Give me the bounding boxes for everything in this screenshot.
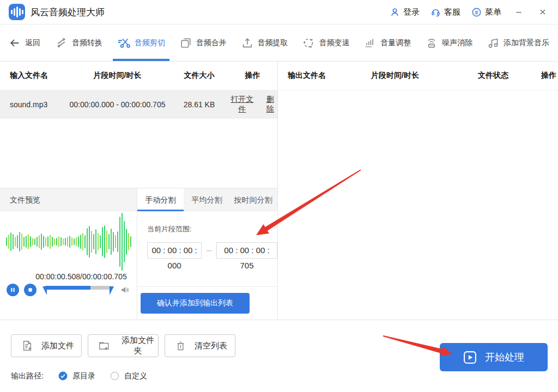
trim-handle-end[interactable] — [110, 286, 114, 295]
add-folder-icon — [98, 340, 110, 352]
clear-list-button[interactable]: 清空列表 — [165, 334, 235, 357]
toolbar: 返回 音频转换 音频剪切 音频合并 音频提取 音频变速 音量调整 噪声消除 添加… — [0, 24, 558, 62]
volume-bars-icon — [364, 37, 376, 49]
tab-audio-cut[interactable]: 音频剪切 — [117, 24, 165, 61]
trim-handle-start[interactable] — [43, 286, 47, 295]
back-button[interactable]: 返回 — [9, 24, 40, 61]
customer-service-button[interactable]: 客服 — [430, 7, 460, 17]
radio-original-directory[interactable]: 原目录 — [58, 371, 95, 381]
col-output-actions: 操作 — [539, 71, 558, 81]
tab-volume-adjust[interactable]: 音量调整 — [364, 24, 411, 61]
segment-range-label: 当前片段范围: — [147, 224, 277, 234]
noise-icon — [426, 37, 438, 49]
login-button[interactable]: 登录 — [390, 7, 420, 17]
tab-manual-split[interactable]: 手动分割 — [137, 188, 184, 211]
file-preview-panel: 文件预览 00:00:00.508/00:00:00.705 — [0, 188, 137, 320]
add-file-button[interactable]: 添加文件 — [11, 334, 82, 357]
col-segment-time: 片段时间/时长 — [64, 71, 171, 81]
range-start-input[interactable]: 00 : 00 : 00 : 000 — [147, 242, 202, 259]
play-icon — [463, 351, 477, 364]
tab-time-split[interactable]: 按时间分割 — [230, 188, 276, 211]
speaker-icon[interactable] — [120, 285, 130, 295]
range-end-input[interactable]: 00 : 00 : 00 : 705 — [216, 242, 277, 259]
main-content: 输入文件名 片段时间/时长 文件大小 操作 sound.mp3 00:00:00… — [0, 62, 558, 320]
cell-segment-time: 00:00:00.000 - 00:00:00.705 — [64, 100, 171, 109]
radio-custom-directory[interactable]: 自定义 — [110, 371, 147, 381]
add-file-icon — [21, 340, 33, 352]
footer-bar: 添加文件 添加文件夹 清空列表 输出路径: 原目录 自定义 开始处理 — [0, 320, 558, 392]
speed-icon — [302, 37, 314, 49]
output-list-panel: 输出文件名 片段时间/时长 文件状态 操作 — [278, 62, 558, 320]
pause-icon — [10, 287, 16, 293]
input-table-header: 输入文件名 片段时间/时长 文件大小 操作 — [0, 62, 277, 90]
stop-icon — [27, 287, 33, 293]
output-table-header: 输出文件名 片段时间/时长 文件状态 操作 — [278, 62, 558, 90]
open-file-link[interactable]: 打开文件 — [228, 95, 257, 114]
merge-icon — [180, 37, 192, 49]
menu-button[interactable]: 菜单 — [471, 7, 501, 17]
cell-file-size: 28.61 KB — [171, 100, 228, 109]
headset-icon — [430, 7, 441, 17]
title-bar: 风云音频处理大师 登录 客服 菜单 — [0, 0, 558, 24]
app-title: 风云音频处理大师 — [31, 6, 105, 19]
progress-fill — [45, 286, 90, 290]
confirm-add-output-button[interactable]: 确认并添加到输出列表 — [141, 293, 250, 314]
range-separator: – — [207, 246, 211, 255]
col-output-filename: 输出文件名 — [278, 71, 343, 81]
tab-audio-convert[interactable]: 音频转换 — [55, 24, 102, 61]
preview-title: 文件预览 — [0, 188, 137, 211]
tab-audio-merge[interactable]: 音频合并 — [180, 24, 227, 61]
delete-link[interactable]: 删除 — [263, 95, 277, 114]
tab-add-bgm[interactable]: 添加背景音乐 — [487, 24, 549, 61]
audio-player: 00:00:00.508/00:00:00.705 — [0, 272, 137, 296]
add-folder-button[interactable]: 添加文件夹 — [88, 334, 159, 357]
playback-time: 00:00:00.508/00:00:00.705 — [35, 272, 128, 281]
pause-button[interactable] — [7, 284, 19, 296]
minimize-icon — [514, 8, 523, 16]
extract-icon — [241, 37, 253, 49]
col-file-status: 文件状态 — [447, 71, 539, 81]
close-icon — [538, 8, 547, 16]
tab-audio-speed[interactable]: 音频变速 — [302, 24, 349, 61]
tab-average-split[interactable]: 平均分割 — [184, 188, 230, 211]
trash-icon — [175, 340, 186, 352]
scissors-icon — [117, 36, 130, 50]
minimize-button[interactable] — [512, 8, 525, 16]
menu-icon — [471, 7, 482, 17]
col-output-segment-time: 片段时间/时长 — [343, 71, 447, 81]
tab-noise-removal[interactable]: 噪声消除 — [426, 24, 472, 61]
progress-bar[interactable] — [43, 284, 114, 296]
col-file-size: 文件大小 — [171, 71, 228, 81]
user-icon — [390, 7, 400, 17]
split-settings-panel: 手动分割 平均分割 按时间分割 当前片段范围: 00 : 00 : 00 : 0… — [137, 188, 277, 320]
app-logo-icon — [9, 4, 25, 20]
radio-checked-icon — [58, 371, 68, 381]
back-arrow-icon — [9, 37, 21, 49]
convert-icon — [55, 36, 68, 49]
output-path-label: 输出路径: — [11, 371, 44, 381]
split-tab-bar: 手动分割 平均分割 按时间分割 — [137, 188, 277, 211]
stop-button[interactable] — [24, 284, 37, 296]
close-button[interactable] — [536, 8, 549, 16]
col-input-filename: 输入文件名 — [0, 71, 64, 81]
cell-filename: sound.mp3 — [0, 100, 64, 109]
table-row[interactable]: sound.mp3 00:00:00.000 - 00:00:00.705 28… — [0, 90, 277, 119]
radio-unchecked-icon — [110, 371, 120, 381]
start-processing-button[interactable]: 开始处理 — [440, 343, 548, 371]
col-actions: 操作 — [228, 71, 277, 81]
music-note-icon — [487, 37, 499, 49]
tab-audio-extract[interactable]: 音频提取 — [241, 24, 288, 61]
input-list-panel: 输入文件名 片段时间/时长 文件大小 操作 sound.mp3 00:00:00… — [0, 62, 278, 320]
waveform — [6, 212, 131, 272]
